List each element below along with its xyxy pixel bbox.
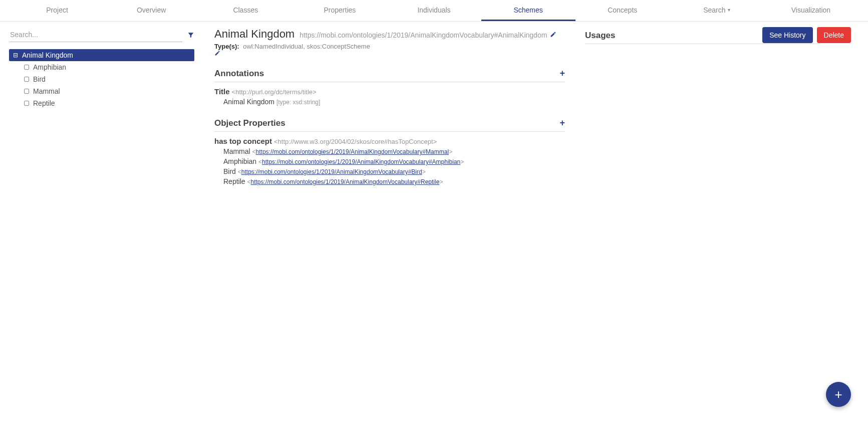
edit-uri-icon[interactable] [550,31,556,38]
nav-tab-search[interactable]: Search▾ [670,0,764,21]
nav-tab-classes[interactable]: Classes [198,0,293,21]
tree-item-bird[interactable]: Bird [9,73,194,85]
value-text: Bird [223,167,238,175]
value-type: [type: xsd:string] [276,99,320,106]
bracket: > [449,148,452,155]
types-value: owl:NamedIndividual, skos:ConceptScheme [243,43,370,50]
nav-tab-properties[interactable]: Properties [293,0,387,21]
types-label: Type(s): [214,43,239,50]
edit-types-icon[interactable] [214,50,565,56]
tree-item-animal-kingdom[interactable]: ⊟ Animal Kingdom [9,49,194,61]
delete-button[interactable]: Delete [817,27,851,43]
tree-item-reptile[interactable]: Reptile [9,97,194,109]
bracket: < [258,158,262,165]
collapse-icon: ⊟ [13,52,19,59]
nav-tab-schemes[interactable]: Schemes [481,0,575,21]
property-value: Amphibian <https://mobi.com/ontologies/1… [223,157,565,165]
object-properties-header: Object Properties + [214,115,565,132]
tree-item-mammal[interactable]: Mammal [9,85,194,97]
bracket: > [439,178,443,185]
types-row: Type(s): owl:NamedIndividual, skos:Conce… [214,43,565,56]
bracket: < [238,168,241,175]
tree-label: Mammal [33,87,60,95]
main-area: ⊟ Animal Kingdom AmphibianBirdMammalRept… [0,22,868,194]
value-link[interactable]: https://mobi.com/ontologies/1/2019/Anima… [241,168,422,175]
nav-tab-concepts[interactable]: Concepts [575,0,670,21]
center-panel: Animal Kingdom https://mobi.com/ontologi… [214,28,565,194]
value-link[interactable]: https://mobi.com/ontologies/1/2019/Anima… [262,158,460,165]
object-properties-heading: Object Properties [214,118,285,128]
property-label: has top concept [214,137,272,145]
nav-tab-project[interactable]: Project [10,0,104,21]
leaf-icon [24,101,29,106]
property-value: Reptile <https://mobi.com/ontologies/1/2… [223,177,565,185]
leaf-icon [24,77,29,82]
sidebar: ⊟ Animal Kingdom AmphibianBirdMammalRept… [9,28,194,194]
value-text: Reptile [223,177,247,185]
chevron-down-icon: ▾ [728,7,730,13]
nav-tab-overview[interactable]: Overview [104,0,198,21]
entity-title: Animal Kingdom [214,28,295,41]
usages-panel: Usages [585,28,820,194]
entity-uri: https://mobi.com/ontologies/1/2019/Anima… [300,31,547,39]
property-value: Bird <https://mobi.com/ontologies/1/2019… [223,167,565,175]
value-link[interactable]: https://mobi.com/ontologies/1/2019/Anima… [256,148,449,155]
tree-label: Reptile [33,99,55,107]
bracket: > [460,158,464,165]
value-text: Animal Kingdom [223,98,274,106]
add-annotation-button[interactable]: + [559,68,565,79]
property-uri: <http://purl.org/dc/terms/title> [232,88,317,96]
property-value: Animal Kingdom[type: xsd:string] [223,98,565,106]
value-text: Mammal [223,147,252,155]
value-link[interactable]: https://mobi.com/ontologies/1/2019/Anima… [250,178,439,185]
top-buttons: See History Delete [762,27,851,43]
entity-title-row: Animal Kingdom https://mobi.com/ontologi… [214,28,565,41]
add-object-property-button[interactable]: + [559,118,565,128]
property-uri: <http://www.w3.org/2004/02/skos/core#has… [274,138,437,145]
tree: ⊟ Animal Kingdom AmphibianBirdMammalRept… [9,49,194,109]
leaf-icon [24,89,29,94]
tree-label: Amphibian [33,63,66,71]
object-property: has top concept<http://www.w3.org/2004/0… [214,137,565,185]
property-value: Mammal <https://mobi.com/ontologies/1/20… [223,147,565,155]
tree-label: Animal Kingdom [22,51,73,59]
filter-icon[interactable] [187,32,194,39]
content: Animal Kingdom https://mobi.com/ontologi… [214,28,859,194]
search-row [9,28,194,42]
leaf-icon [24,65,29,70]
see-history-button[interactable]: See History [762,27,812,43]
annotations-header: Annotations + [214,65,565,82]
property-label: Title [214,87,230,96]
tree-label: Bird [33,75,46,83]
nav-tab-individuals[interactable]: Individuals [387,0,481,21]
tree-item-amphibian[interactable]: Amphibian [9,61,194,73]
bracket: < [252,148,256,155]
nav-tab-visualization[interactable]: Visualization [764,0,858,21]
search-input[interactable] [9,28,182,42]
top-nav: ProjectOverviewClassesPropertiesIndividu… [0,0,868,22]
bracket: > [422,168,426,175]
annotation-property: Title<http://purl.org/dc/terms/title>Ani… [214,87,565,106]
annotations-heading: Annotations [214,69,264,79]
value-text: Amphibian [223,157,258,165]
